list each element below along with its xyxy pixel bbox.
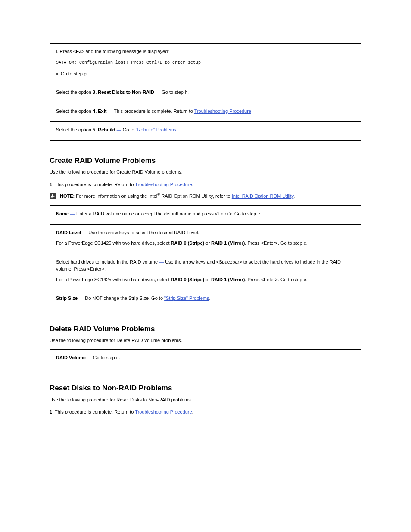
row-text: Select the option 3. Reset Disks to Non-… (56, 89, 355, 96)
rebuild-problems-link[interactable]: "Rebuild" Problems (136, 127, 177, 132)
section-title-reset: Reset Disks to Non-RAID Problems (50, 383, 361, 394)
row-text: RAID Level — Use the arrow keys to selec… (56, 229, 355, 236)
section-lead: Use the following procedure for Create R… (50, 168, 361, 176)
row-text: Select the option 4. Exit — This procedu… (56, 108, 355, 115)
troubleshooting-link[interactable]: Troubleshooting Procedure (135, 409, 192, 414)
table-row: RAID Level — Use the arrow keys to selec… (50, 224, 361, 254)
step-line: 1 This procedure is complete. Return to … (50, 181, 361, 188)
row-text-2: For a PowerEdge SC1425 with two hard dri… (56, 276, 355, 283)
section-lead: Use the following procedure for Reset Di… (50, 396, 361, 404)
divider (50, 317, 361, 317)
section-title-delete: Delete RAID Volume Problems (50, 324, 361, 335)
row-text: Select the option 5. Rebuild — Go to "Re… (56, 126, 355, 134)
table-row: Name — Enter a RAID volume name or accep… (50, 206, 361, 224)
section-title-create: Create RAID Volume Problems (50, 155, 361, 166)
row-text: RAID Volume — Go to step c. (56, 354, 355, 361)
table-row: RAID Volume — Go to step c. (50, 350, 361, 368)
options-table-3: RAID Volume — Go to step c. (50, 349, 361, 369)
troubleshooting-link[interactable]: Troubleshooting Procedure (194, 109, 251, 114)
options-table-1: i. Press <F3> and the following message … (50, 43, 361, 141)
row-text: i. Press <F3> and the following message … (56, 48, 355, 55)
options-table-2: Name — Enter a RAID volume name or accep… (50, 205, 361, 309)
row-text: Select hard drives to include in the RAI… (56, 258, 355, 273)
section-lead: Use the following procedure for Delete R… (50, 337, 361, 344)
table-row: Select hard drives to include in the RAI… (50, 254, 361, 290)
step-line: 1 This procedure is complete. Return to … (50, 408, 361, 416)
row-text-2: For a PowerEdge SC1425 with two hard dri… (56, 240, 355, 247)
table-row: Strip Size — Do NOT change the Strip Siz… (50, 290, 361, 309)
note: NOTE: For more information on using the … (50, 192, 361, 199)
troubleshooting-link[interactable]: Troubleshooting Procedure (135, 182, 192, 187)
note-text: NOTE: For more information on using the … (60, 192, 361, 199)
strip-size-problems-link[interactable]: "Strip Size" Problems (164, 296, 209, 301)
row-text: Strip Size — Do NOT change the Strip Siz… (56, 295, 355, 302)
intel-raid-utility-link[interactable]: Intel RAID Option ROM Utility (232, 193, 293, 199)
row-message: SATA OM: Configuration lost! Press Ctrl+… (56, 59, 355, 66)
divider (50, 149, 361, 149)
divider (50, 376, 361, 376)
table-row: i. Press <F3> and the following message … (50, 44, 361, 84)
table-row: Select the option 3. Reset Disks to Non-… (50, 84, 361, 103)
row-text: Name — Enter a RAID volume name or accep… (56, 210, 355, 218)
table-row: Select the option 4. Exit — This procedu… (50, 103, 361, 122)
note-icon (50, 193, 56, 199)
table-row: Select the option 5. Rebuild — Go to "Re… (50, 121, 361, 140)
row-after: ii. Go to step g. (56, 70, 355, 78)
